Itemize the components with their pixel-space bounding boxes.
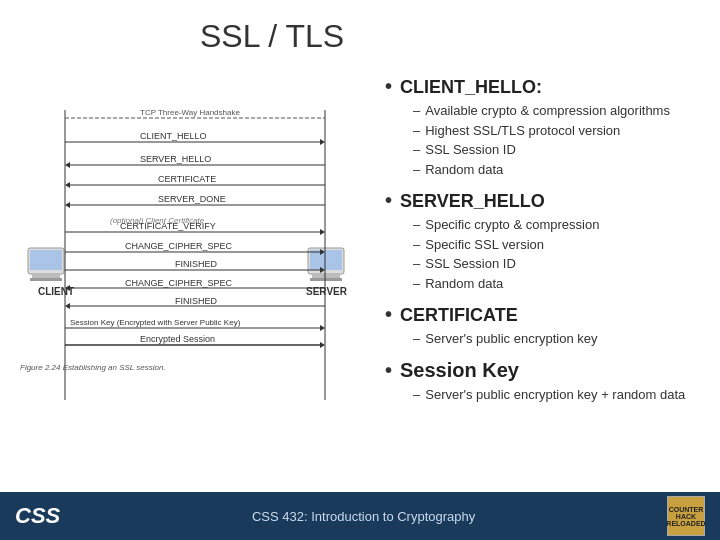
bullet-dot-4: • <box>385 359 392 382</box>
section-server-hello: • SERVER_HELLO Specific crypto & compres… <box>385 189 705 293</box>
svg-text:TCP Three-Way Handshake: TCP Three-Way Handshake <box>140 108 240 117</box>
footer: CSS CSS 432: Introduction to Cryptograph… <box>0 492 720 540</box>
list-item: Server's public encryption key <box>413 329 705 349</box>
bullet-dot-1: • <box>385 75 392 98</box>
svg-text:Figure 2.24 Establishing an SS: Figure 2.24 Establishing an SSL session. <box>20 363 166 372</box>
svg-marker-28 <box>320 229 325 235</box>
list-item: SSL Session ID <box>413 254 705 274</box>
session-key-title: Session Key <box>400 359 519 382</box>
svg-text:CHANGE_CIPHER_SPEC: CHANGE_CIPHER_SPEC <box>125 278 233 288</box>
svg-text:FINISHED: FINISHED <box>175 259 218 269</box>
footer-course: CSS 432: Introduction to Cryptography <box>252 509 475 524</box>
list-item: Random data <box>413 160 705 180</box>
svg-marker-24 <box>65 202 70 208</box>
session-key-list: Server's public encryption key + random … <box>385 385 705 405</box>
list-item: SSL Session ID <box>413 140 705 160</box>
svg-rect-7 <box>310 250 342 270</box>
svg-marker-46 <box>320 342 325 348</box>
server-hello-list: Specific crypto & compression Specific S… <box>385 215 705 293</box>
footer-book-icon: COUNTER HACKRELOADED <box>667 496 705 536</box>
certificate-list: Server's public encryption key <box>385 329 705 349</box>
svg-text:SERVER_DONE: SERVER_DONE <box>158 194 226 204</box>
svg-rect-3 <box>30 250 62 270</box>
bullet-dot-3: • <box>385 303 392 326</box>
footer-brand: CSS <box>15 503 60 529</box>
list-item: Highest SSL/TLS protocol version <box>413 121 705 141</box>
svg-text:CERTIFICATE_VERIFY: CERTIFICATE_VERIFY <box>120 221 216 231</box>
section-client-hello: • CLIENT_HELLO: Available crypto & compr… <box>385 75 705 179</box>
list-item: Specific SSL version <box>413 235 705 255</box>
server-hello-title: SERVER_HELLO <box>400 191 545 212</box>
list-item: Specific crypto & compression <box>413 215 705 235</box>
svg-text:Session Key (Encrypted with Se: Session Key (Encrypted with Server Publi… <box>70 318 241 327</box>
svg-text:CHANGE_CIPHER_SPEC: CHANGE_CIPHER_SPEC <box>125 241 233 251</box>
svg-rect-1 <box>32 274 60 278</box>
svg-text:CLIENT_HELLO: CLIENT_HELLO <box>140 131 207 141</box>
page-title: SSL / TLS <box>200 18 344 55</box>
svg-text:CERTIFICATE: CERTIFICATE <box>158 174 216 184</box>
client-hello-list: Available crypto & compression algorithm… <box>385 101 705 179</box>
list-item: Random data <box>413 274 705 294</box>
ssl-diagram: CLIENT SERVER TCP Three-Way Handshake CL… <box>10 60 380 450</box>
svg-marker-40 <box>65 303 70 309</box>
svg-text:Encrypted Session: Encrypted Session <box>140 334 215 344</box>
svg-marker-15 <box>320 139 325 145</box>
svg-rect-6 <box>310 278 342 281</box>
svg-text:FINISHED: FINISHED <box>175 296 218 306</box>
list-item: Server's public encryption key + random … <box>413 385 705 405</box>
svg-marker-18 <box>65 162 70 168</box>
list-item: Available crypto & compression algorithm… <box>413 101 705 121</box>
svg-text:SERVER_HELLO: SERVER_HELLO <box>140 154 211 164</box>
bullet-dot-2: • <box>385 189 392 212</box>
client-hello-title: CLIENT_HELLO: <box>400 77 542 98</box>
certificate-title: CERTIFICATE <box>400 305 518 326</box>
svg-rect-5 <box>312 274 340 278</box>
svg-rect-2 <box>30 278 62 281</box>
section-certificate: • CERTIFICATE Server's public encryption… <box>385 303 705 349</box>
section-session-key: • Session Key Server's public encryption… <box>385 359 705 405</box>
diagram-area: CLIENT SERVER TCP Three-Way Handshake CL… <box>10 60 380 480</box>
svg-marker-21 <box>65 182 70 188</box>
content-area: • CLIENT_HELLO: Available crypto & compr… <box>385 75 705 414</box>
svg-marker-43 <box>320 325 325 331</box>
